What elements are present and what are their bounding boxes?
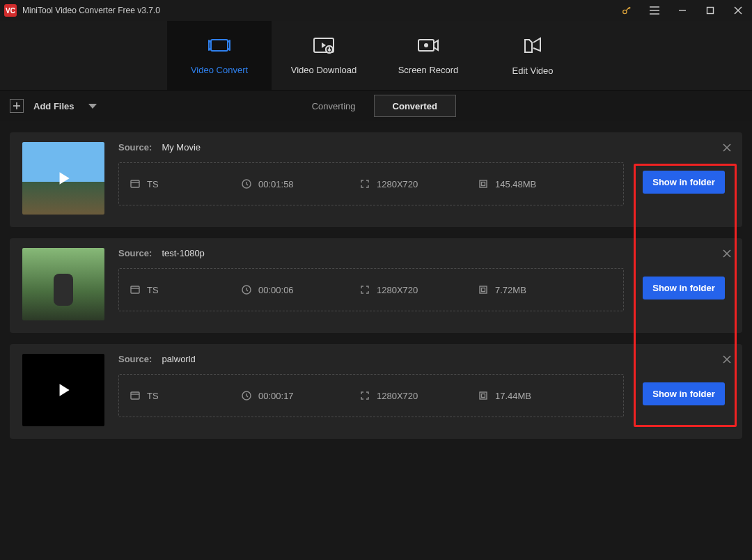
detail-box: TS 00:01:58 1280X720 145.48MB bbox=[118, 162, 624, 205]
top-nav: Video Convert Video Download Screen Reco… bbox=[0, 21, 752, 91]
svg-rect-35 bbox=[131, 392, 139, 399]
remove-item-button[interactable] bbox=[721, 354, 733, 367]
show-in-folder-button[interactable]: Show in folder bbox=[643, 171, 725, 194]
source-label: Source: bbox=[118, 142, 152, 153]
svg-rect-22 bbox=[480, 180, 487, 187]
minimize-button[interactable] bbox=[668, 0, 696, 21]
resolution-icon bbox=[360, 285, 370, 295]
edit-icon bbox=[522, 36, 543, 57]
svg-marker-18 bbox=[60, 172, 70, 184]
svg-rect-27 bbox=[131, 286, 139, 293]
remove-item-button[interactable] bbox=[721, 142, 733, 155]
maximize-button[interactable] bbox=[696, 0, 724, 21]
format-icon bbox=[130, 285, 140, 295]
remove-item-button[interactable] bbox=[721, 248, 733, 261]
format-value: TS bbox=[147, 179, 159, 189]
svg-rect-30 bbox=[480, 286, 487, 293]
svg-marker-10 bbox=[322, 42, 326, 48]
record-icon bbox=[416, 36, 440, 56]
key-icon[interactable] bbox=[613, 0, 641, 21]
size-icon bbox=[478, 285, 488, 295]
source-label: Source: bbox=[118, 354, 152, 364]
duration-value: 00:00:17 bbox=[258, 391, 294, 401]
resolution-icon bbox=[360, 179, 370, 189]
duration-value: 00:00:06 bbox=[258, 285, 294, 295]
video-thumbnail[interactable] bbox=[22, 248, 104, 320]
source-name: My Movie bbox=[162, 142, 201, 153]
detail-box: TS 00:00:17 1280X720 17.44MB bbox=[118, 374, 624, 417]
svg-rect-39 bbox=[482, 394, 485, 398]
source-label: Source: bbox=[118, 248, 152, 258]
resolution-value: 1280X720 bbox=[377, 179, 418, 189]
format-value: TS bbox=[147, 391, 159, 401]
svg-rect-38 bbox=[480, 392, 487, 399]
svg-rect-23 bbox=[482, 182, 485, 186]
svg-rect-19 bbox=[131, 180, 139, 187]
add-files-label: Add Files bbox=[33, 101, 75, 111]
svg-rect-31 bbox=[482, 288, 485, 292]
clock-icon bbox=[242, 285, 251, 295]
play-icon bbox=[22, 142, 104, 215]
svg-rect-8 bbox=[211, 40, 228, 51]
titlebar: VC MiniTool Video Converter Free v3.7.0 bbox=[0, 0, 752, 21]
download-icon bbox=[312, 36, 336, 56]
tab-video-convert[interactable]: Video Convert bbox=[167, 21, 272, 90]
svg-point-14 bbox=[424, 43, 428, 47]
resolution-value: 1280X720 bbox=[377, 391, 418, 401]
show-in-folder-button[interactable]: Show in folder bbox=[643, 277, 725, 300]
svg-marker-26 bbox=[60, 278, 70, 290]
converted-item-card: Source: test-1080p TS 00:00:06 1280X720 bbox=[10, 238, 742, 333]
tab-edit-video[interactable]: Edit Video bbox=[480, 21, 585, 90]
content-area: Source: My Movie TS 00:01:58 1280X720 bbox=[0, 121, 752, 560]
duration-value: 00:01:58 bbox=[258, 179, 294, 189]
video-thumbnail[interactable] bbox=[22, 142, 104, 215]
format-icon bbox=[130, 391, 140, 400]
seg-converting[interactable]: Converting bbox=[294, 95, 374, 117]
tab-screen-record[interactable]: Screen Record bbox=[376, 21, 480, 90]
add-files-button[interactable]: Add Files bbox=[0, 91, 109, 121]
svg-marker-17 bbox=[88, 104, 97, 109]
clock-icon bbox=[242, 179, 251, 189]
tab-label: Screen Record bbox=[398, 65, 459, 75]
seg-converted[interactable]: Converted bbox=[374, 95, 456, 117]
app-title: MiniTool Video Converter Free v3.7.0 bbox=[22, 6, 160, 15]
tab-label: Video Convert bbox=[191, 65, 248, 75]
chevron-down-icon bbox=[88, 101, 97, 111]
show-in-folder-button[interactable]: Show in folder bbox=[643, 382, 725, 405]
svg-marker-34 bbox=[60, 384, 70, 396]
format-icon bbox=[130, 179, 140, 189]
source-name: palworld bbox=[162, 354, 195, 364]
menu-icon[interactable] bbox=[641, 0, 668, 21]
toolbar: Add Files Converting Converted bbox=[0, 91, 752, 121]
resolution-value: 1280X720 bbox=[377, 285, 418, 295]
size-icon bbox=[478, 179, 488, 189]
plus-icon bbox=[10, 99, 24, 113]
clock-icon bbox=[242, 391, 251, 400]
convert-icon bbox=[207, 36, 231, 56]
tab-label: Video Download bbox=[291, 65, 357, 75]
converted-item-card: Source: palworld TS 00:00:17 1280X720 bbox=[10, 344, 742, 439]
close-window-button[interactable] bbox=[724, 0, 752, 21]
size-icon bbox=[478, 391, 488, 400]
tab-video-download[interactable]: Video Download bbox=[272, 21, 376, 90]
app-logo: VC bbox=[4, 4, 17, 17]
size-value: 17.44MB bbox=[495, 391, 531, 401]
video-thumbnail[interactable] bbox=[22, 354, 104, 426]
svg-point-0 bbox=[623, 10, 627, 13]
size-value: 7.72MB bbox=[495, 285, 526, 295]
format-value: TS bbox=[147, 285, 159, 295]
play-icon bbox=[22, 354, 104, 426]
converted-item-card: Source: My Movie TS 00:01:58 1280X720 bbox=[10, 132, 742, 227]
detail-box: TS 00:00:06 1280X720 7.72MB bbox=[118, 268, 624, 311]
resolution-icon bbox=[360, 391, 370, 400]
svg-rect-5 bbox=[707, 8, 714, 14]
status-segmented-control: Converting Converted bbox=[294, 95, 456, 117]
size-value: 145.48MB bbox=[495, 179, 536, 189]
play-icon bbox=[22, 248, 104, 320]
source-name: test-1080p bbox=[162, 248, 204, 258]
tab-label: Edit Video bbox=[512, 65, 553, 76]
